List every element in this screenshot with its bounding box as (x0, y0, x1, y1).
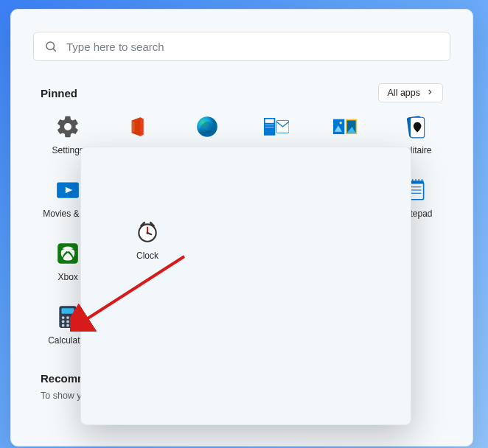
calculator-icon (55, 304, 80, 329)
mail-icon (264, 114, 289, 139)
svg-point-28 (72, 316, 74, 319)
svg-point-27 (66, 316, 69, 319)
edge-icon (195, 114, 220, 139)
app-label: Xbox (57, 272, 77, 282)
svg-point-29 (62, 320, 65, 323)
app-clock[interactable]: Clock (118, 220, 177, 261)
search-input[interactable] (66, 41, 439, 53)
pinned-header: Pinned (41, 87, 77, 99)
all-apps-label: All apps (388, 88, 420, 98)
svg-point-32 (62, 324, 65, 327)
clock-icon (135, 220, 160, 245)
xbox-icon (55, 241, 80, 266)
svg-point-31 (72, 320, 74, 323)
svg-point-34 (72, 324, 74, 327)
svg-rect-5 (265, 125, 274, 126)
gear-icon (55, 114, 80, 139)
app-label: Clock (136, 251, 158, 261)
svg-point-10 (340, 122, 342, 124)
search-icon (44, 40, 57, 53)
svg-point-0 (46, 42, 55, 50)
svg-point-38 (146, 231, 148, 234)
svg-line-1 (53, 49, 55, 51)
svg-rect-4 (265, 119, 274, 123)
chevron-right-icon (426, 88, 433, 98)
all-apps-button[interactable]: All apps (378, 83, 443, 102)
movies-tv-icon (55, 178, 80, 203)
search-box[interactable] (33, 32, 450, 61)
svg-point-30 (66, 320, 69, 323)
svg-rect-6 (265, 127, 274, 128)
app-label: Settings (52, 145, 83, 155)
svg-point-26 (62, 316, 65, 319)
svg-point-33 (66, 324, 69, 327)
pinned-group-popup[interactable]: Clock (80, 147, 411, 425)
solitaire-icon (403, 114, 428, 139)
svg-rect-25 (62, 308, 74, 313)
office-icon (125, 114, 150, 139)
photos-icon (333, 114, 358, 139)
